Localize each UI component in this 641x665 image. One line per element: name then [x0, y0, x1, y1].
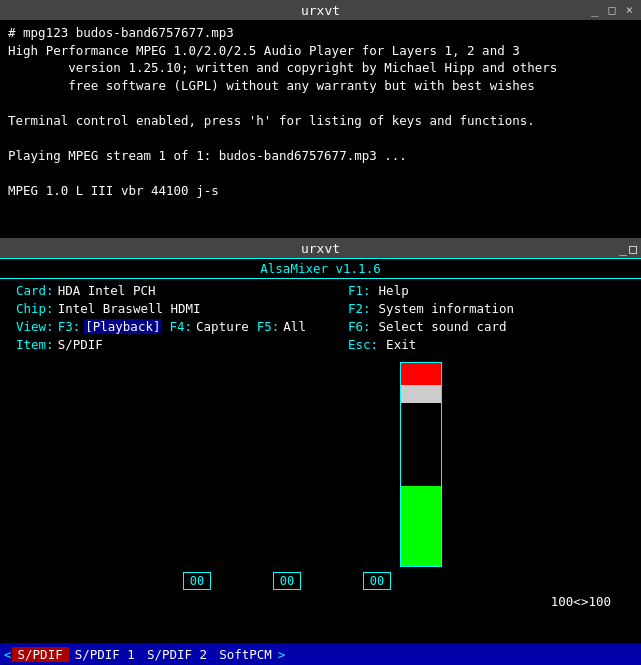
alsamixer-info-section: Card: HDA Intel PCH Chip: Intel Braswell…	[0, 279, 641, 352]
chip-value: Intel Braswell HDMI	[58, 301, 201, 316]
top-terminal-window: urxvt _ □ × # mpg123 budos-band6757677.m…	[0, 0, 641, 238]
mpg123-line6: Terminal control enabled, press 'h' for …	[8, 113, 535, 128]
bottom-terminal-window: urxvt _ □ AlsaMixer v1.1.6 Card: HDA Int…	[0, 238, 641, 665]
f2-key-label[interactable]: F2:	[348, 301, 371, 316]
card-row: Card: HDA Intel PCH	[16, 283, 328, 298]
capture-view[interactable]: Capture	[196, 319, 249, 334]
view-label: View:	[16, 319, 54, 334]
alsamixer-title: AlsaMixer v1.1.6	[0, 258, 641, 279]
top-title: urxvt	[301, 3, 340, 18]
card-value: HDA Intel PCH	[58, 283, 156, 298]
mpg123-line1: # mpg123 budos-band6757677.mp3	[8, 25, 234, 40]
f6-row: F6: Select sound card	[348, 319, 633, 334]
chip-row: Chip: Intel Braswell HDMI	[16, 301, 328, 316]
value-box-1: 00	[273, 572, 301, 590]
card-label: Card:	[16, 283, 54, 298]
f6-key-label[interactable]: F6:	[348, 319, 371, 334]
mixer-area: 00 00 00 100<>100	[0, 352, 641, 643]
f1-key-label[interactable]: F1:	[348, 283, 371, 298]
volume-fader[interactable]	[400, 362, 442, 567]
view-row: View: F3: [Playback] F4: Capture F5: All	[16, 319, 328, 334]
mpg123-line10: MPEG 1.0 L III vbr 44100 j-s	[8, 183, 219, 198]
channel-arrow-left: <	[4, 647, 12, 662]
mpg123-line3: version 1.25.10; written and copyright b…	[8, 60, 557, 75]
fader-gap-segment	[401, 403, 441, 486]
f3-key[interactable]: F3:	[58, 319, 81, 334]
bottom-minimize-button[interactable]: _	[619, 241, 627, 256]
value-boxes-row: 00 00 00	[183, 572, 391, 590]
f1-val: Help	[379, 283, 409, 298]
esc-row: Esc: Exit	[348, 337, 633, 352]
chip-label: Chip:	[16, 301, 54, 316]
bottom-title: urxvt	[301, 241, 340, 256]
item-label: Item:	[16, 337, 54, 352]
fader-green-segment	[401, 486, 441, 566]
channel-arrow-right: >	[278, 647, 286, 662]
bottom-titlebar: urxvt _ □	[0, 238, 641, 258]
channel-softpcm[interactable]: SoftPCM	[213, 647, 278, 662]
mpg123-line8: Playing MPEG stream 1 of 1: budos-band67…	[8, 148, 407, 163]
top-win-controls[interactable]: _ □ ×	[587, 3, 637, 17]
channel-spdif-2[interactable]: S/PDIF 2	[141, 647, 213, 662]
f2-row: F2: System information	[348, 301, 633, 316]
mpg123-line2: High Performance MPEG 1.0/2.0/2.5 Audio …	[8, 43, 520, 58]
f6-val: Select sound card	[379, 319, 507, 334]
mpg123-line4: free software (LGPL) without any warrant…	[8, 78, 535, 93]
item-value: S/PDIF	[58, 337, 103, 352]
esc-key-label[interactable]: Esc:	[348, 337, 378, 352]
fader-white-segment	[401, 385, 441, 403]
alsamixer-content: AlsaMixer v1.1.6 Card: HDA Intel PCH Chi…	[0, 258, 641, 665]
bottom-maximize-button[interactable]: □	[629, 241, 637, 256]
value-box-2: 00	[363, 572, 391, 590]
esc-val: Exit	[386, 337, 416, 352]
all-view[interactable]: All	[283, 319, 306, 334]
f4-key[interactable]: F4:	[169, 319, 192, 334]
alsamixer-right-keys: F1: Help F2: System information F6: Sele…	[328, 283, 633, 352]
f5-key[interactable]: F5:	[257, 319, 280, 334]
alsamixer-left-info: Card: HDA Intel PCH Chip: Intel Braswell…	[8, 283, 328, 352]
f2-val: System information	[379, 301, 514, 316]
maximize-button[interactable]: □	[605, 3, 620, 17]
channel-spdif-1[interactable]: S/PDIF 1	[69, 647, 141, 662]
minimize-button[interactable]: _	[587, 3, 602, 17]
channel-selector-bar[interactable]: < S/PDIF S/PDIF 1 S/PDIF 2 SoftPCM >	[0, 643, 641, 665]
top-titlebar: urxvt _ □ ×	[0, 0, 641, 20]
bottom-win-controls[interactable]: _ □	[619, 241, 637, 256]
volume-label: 100<>100	[551, 594, 611, 609]
f1-row: F1: Help	[348, 283, 633, 298]
value-box-0: 00	[183, 572, 211, 590]
playback-view[interactable]: [Playback]	[84, 319, 161, 334]
channel-spdif[interactable]: S/PDIF	[12, 647, 69, 662]
item-row: Item: S/PDIF	[16, 337, 328, 352]
close-button[interactable]: ×	[622, 3, 637, 17]
fader-red-segment	[401, 363, 441, 385]
top-terminal-content: # mpg123 budos-band6757677.mp3 High Perf…	[0, 20, 641, 238]
